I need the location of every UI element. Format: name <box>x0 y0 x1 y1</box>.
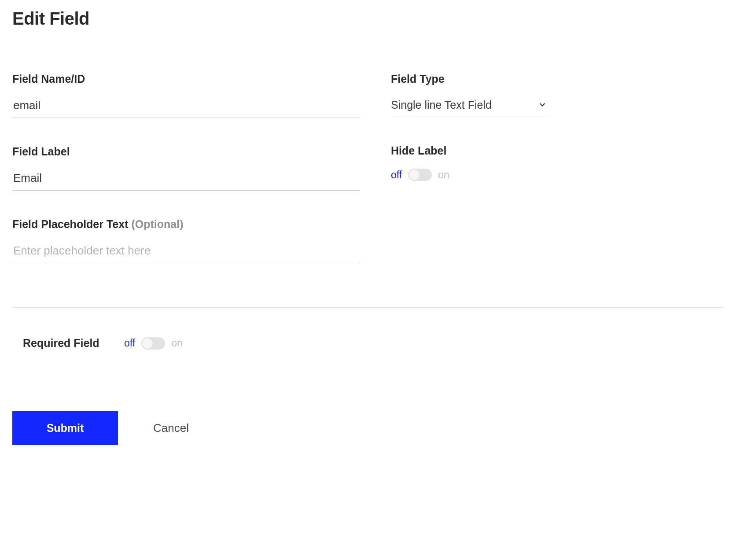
hide-label-toggle-group: off on <box>391 169 549 181</box>
optional-text: (Optional) <box>131 218 183 230</box>
field-type-value: Single line Text Field <box>391 99 492 111</box>
form-top-section: Field Name/ID Field Label Field Placehol… <box>12 73 724 263</box>
button-row: Submit Cancel <box>12 411 724 445</box>
required-toggle-group: off on <box>124 337 183 350</box>
field-type-label: Field Type <box>391 73 549 85</box>
required-field-row: Required Field off on <box>12 337 724 350</box>
field-label-group: Field Label <box>12 145 360 191</box>
field-type-group: Field Type Single line Text Field <box>391 73 549 117</box>
field-type-select[interactable]: Single line Text Field <box>391 99 549 117</box>
chevron-down-icon <box>538 100 547 111</box>
page-title: Edit Field <box>12 9 724 29</box>
toggle-knob <box>142 338 153 349</box>
right-column: Field Type Single line Text Field Hide L… <box>391 73 549 263</box>
hide-label-toggle[interactable] <box>408 169 432 181</box>
required-toggle[interactable] <box>141 337 165 350</box>
field-label-label: Field Label <box>12 145 360 158</box>
submit-button[interactable]: Submit <box>12 411 118 445</box>
field-name-input[interactable] <box>12 99 360 118</box>
field-name-group: Field Name/ID <box>12 73 360 118</box>
left-column: Field Name/ID Field Label Field Placehol… <box>12 73 360 263</box>
hide-label-label: Hide Label <box>391 144 549 157</box>
field-placeholder-group: Field Placeholder Text (Optional) <box>12 218 360 263</box>
toggle-knob <box>408 169 420 181</box>
field-placeholder-label: Field Placeholder Text (Optional) <box>12 218 360 231</box>
field-label-input[interactable] <box>12 171 360 191</box>
hide-label-off-text: off <box>391 169 402 181</box>
section-divider <box>12 307 724 308</box>
field-placeholder-input[interactable] <box>12 244 360 263</box>
hide-label-group: Hide Label off on <box>391 144 549 181</box>
field-placeholder-label-text: Field Placeholder Text <box>12 218 131 230</box>
cancel-button[interactable]: Cancel <box>153 421 189 435</box>
required-on-text: on <box>171 337 183 349</box>
field-name-label: Field Name/ID <box>12 73 360 85</box>
required-off-text: off <box>124 337 135 349</box>
hide-label-on-text: on <box>438 169 449 181</box>
required-field-label: Required Field <box>23 337 124 350</box>
